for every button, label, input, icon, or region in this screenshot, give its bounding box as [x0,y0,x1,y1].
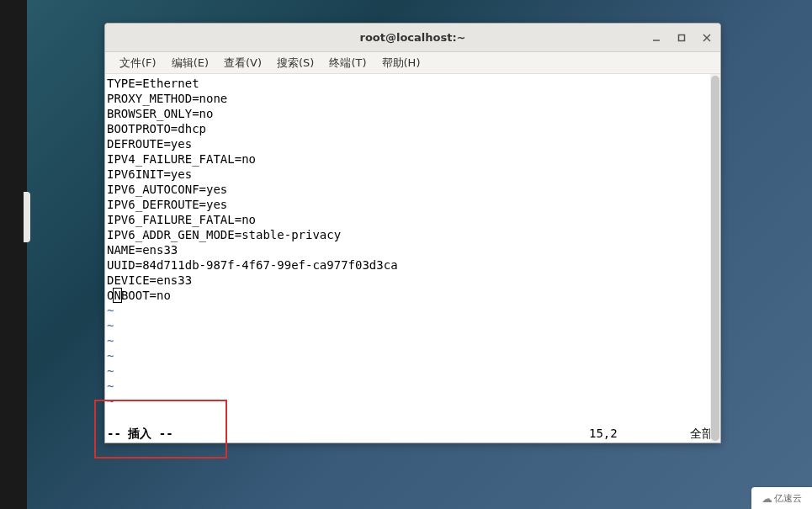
titlebar[interactable]: root@localhost:~ [105,24,720,52]
editor-content: TYPE=EthernetPROXY_METHOD=noneBROWSER_ON… [107,76,719,409]
menu-terminal[interactable]: 终端(T) [321,53,374,73]
terminal-viewport[interactable]: TYPE=EthernetPROXY_METHOD=noneBROWSER_ON… [105,74,720,443]
terminal-window: root@localhost:~ 文件(F) 编辑(E) 查看(V) 搜索(S)… [104,23,721,443]
maximize-button[interactable] [675,31,688,45]
minimize-button[interactable] [650,31,663,45]
menu-edit[interactable]: 编辑(E) [164,53,216,73]
menu-help[interactable]: 帮助(H) [374,53,428,73]
scrollbar-thumb[interactable] [711,76,719,441]
svg-rect-1 [679,35,685,41]
window-title: root@localhost:~ [359,31,465,44]
window-controls [650,24,714,52]
close-button[interactable] [700,31,714,45]
vim-cursor-position: 15,2 [589,426,690,441]
menu-search[interactable]: 搜索(S) [269,53,321,73]
watermark: ☁ 亿速云 [751,487,812,509]
menu-file[interactable]: 文件(F) [112,53,164,73]
cloud-icon: ☁ [762,492,772,505]
scrollbar[interactable] [710,74,720,443]
vim-status-line: -- 插入 -- 15,2 全部 [107,426,719,441]
panel-tab[interactable] [24,192,30,242]
vim-mode: -- 插入 -- [107,426,173,441]
menubar: 文件(F) 编辑(E) 查看(V) 搜索(S) 终端(T) 帮助(H) [105,52,720,74]
menu-view[interactable]: 查看(V) [216,53,269,73]
watermark-text: 亿速云 [774,492,802,505]
desktop-panel [0,0,27,509]
